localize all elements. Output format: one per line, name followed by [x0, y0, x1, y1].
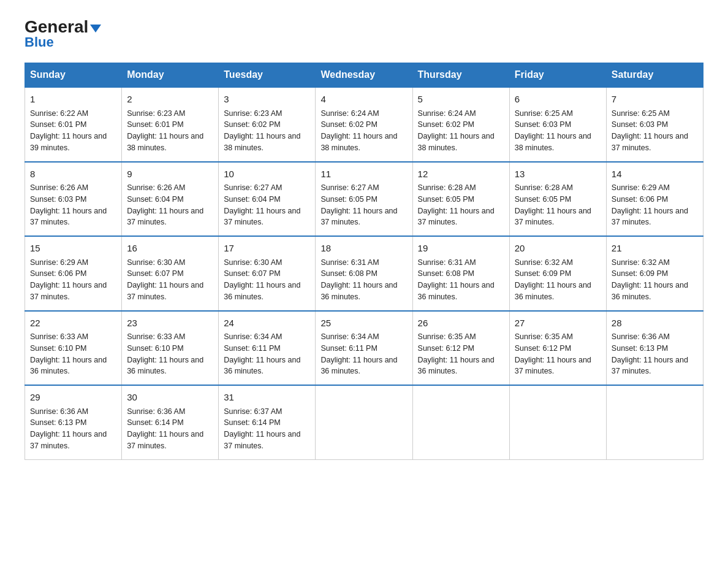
sunset-text: Sunset: 6:04 PM: [224, 195, 280, 204]
calendar-cell: 20Sunrise: 6:32 AMSunset: 6:09 PMDayligh…: [509, 236, 606, 311]
calendar-cell: 14Sunrise: 6:29 AMSunset: 6:06 PMDayligh…: [606, 162, 703, 237]
day-number: 1: [30, 93, 116, 107]
sunset-text: Sunset: 6:14 PM: [127, 418, 183, 427]
calendar-cell: 27Sunrise: 6:35 AMSunset: 6:12 PMDayligh…: [509, 311, 606, 386]
sunrise-text: Sunrise: 6:31 AM: [418, 258, 476, 267]
daylight-text: Daylight: 11 hours and 36 minutes.: [224, 356, 300, 376]
day-number: 20: [515, 242, 601, 256]
daylight-text: Daylight: 11 hours and 37 minutes.: [30, 207, 107, 227]
day-number: 18: [320, 242, 407, 256]
sunrise-text: Sunrise: 6:33 AM: [30, 332, 88, 341]
calendar-cell: 8Sunrise: 6:26 AMSunset: 6:03 PMDaylight…: [25, 162, 122, 237]
sunrise-text: Sunrise: 6:36 AM: [30, 407, 88, 416]
col-header-thursday: Thursday: [412, 63, 509, 88]
sunset-text: Sunset: 6:03 PM: [612, 120, 668, 129]
sunrise-text: Sunrise: 6:31 AM: [320, 258, 379, 267]
calendar-week-row: 22Sunrise: 6:33 AMSunset: 6:10 PMDayligh…: [25, 311, 703, 386]
col-header-sunday: Sunday: [25, 63, 122, 88]
sunset-text: Sunset: 6:11 PM: [320, 344, 377, 353]
day-number: 21: [612, 242, 698, 256]
sunset-text: Sunset: 6:07 PM: [127, 269, 183, 278]
calendar-cell: 4Sunrise: 6:24 AMSunset: 6:02 PMDaylight…: [316, 87, 412, 162]
sunrise-text: Sunrise: 6:25 AM: [515, 109, 573, 118]
calendar-cell: 29Sunrise: 6:36 AMSunset: 6:13 PMDayligh…: [25, 385, 122, 459]
day-number: 27: [515, 316, 601, 331]
daylight-text: Daylight: 11 hours and 37 minutes.: [224, 207, 300, 227]
day-number: 13: [515, 167, 601, 182]
sunrise-text: Sunrise: 6:24 AM: [320, 109, 379, 118]
calendar-cell: 5Sunrise: 6:24 AMSunset: 6:02 PMDaylight…: [412, 87, 509, 162]
col-header-tuesday: Tuesday: [219, 63, 316, 88]
sunrise-text: Sunrise: 6:30 AM: [224, 258, 282, 267]
day-number: 23: [127, 316, 213, 331]
day-number: 11: [320, 167, 407, 182]
sunset-text: Sunset: 6:01 PM: [127, 120, 183, 129]
sunrise-text: Sunrise: 6:27 AM: [320, 183, 379, 192]
calendar-cell: 6Sunrise: 6:25 AMSunset: 6:03 PMDaylight…: [509, 87, 606, 162]
sunrise-text: Sunrise: 6:25 AM: [612, 109, 670, 118]
logo-general: General: [25, 18, 88, 36]
day-number: 15: [30, 242, 116, 256]
calendar-cell: 3Sunrise: 6:23 AMSunset: 6:02 PMDaylight…: [219, 87, 316, 162]
day-number: 7: [612, 93, 698, 107]
sunset-text: Sunset: 6:09 PM: [612, 269, 668, 278]
page-header: General Blue: [25, 18, 703, 50]
sunrise-text: Sunrise: 6:35 AM: [418, 332, 476, 341]
sunrise-text: Sunrise: 6:32 AM: [515, 258, 573, 267]
sunset-text: Sunset: 6:05 PM: [515, 195, 571, 204]
daylight-text: Daylight: 11 hours and 37 minutes.: [224, 430, 300, 450]
sunset-text: Sunset: 6:02 PM: [320, 120, 377, 129]
calendar-cell: 13Sunrise: 6:28 AMSunset: 6:05 PMDayligh…: [509, 162, 606, 237]
calendar-cell: [509, 385, 606, 459]
logo: General Blue: [25, 18, 101, 50]
day-number: 10: [224, 167, 310, 182]
calendar-week-row: 8Sunrise: 6:26 AMSunset: 6:03 PMDaylight…: [25, 162, 703, 237]
calendar-cell: 9Sunrise: 6:26 AMSunset: 6:04 PMDaylight…: [122, 162, 219, 237]
daylight-text: Daylight: 11 hours and 36 minutes.: [418, 356, 495, 376]
calendar-week-row: 1Sunrise: 6:22 AMSunset: 6:01 PMDaylight…: [25, 87, 703, 162]
daylight-text: Daylight: 11 hours and 37 minutes.: [612, 207, 688, 227]
daylight-text: Daylight: 11 hours and 37 minutes.: [127, 281, 203, 301]
daylight-text: Daylight: 11 hours and 38 minutes.: [127, 132, 203, 152]
calendar-cell: 17Sunrise: 6:30 AMSunset: 6:07 PMDayligh…: [219, 236, 316, 311]
daylight-text: Daylight: 11 hours and 36 minutes.: [418, 281, 495, 301]
sunset-text: Sunset: 6:13 PM: [612, 344, 668, 353]
sunrise-text: Sunrise: 6:24 AM: [418, 109, 476, 118]
day-number: 19: [418, 242, 504, 256]
day-number: 30: [127, 391, 213, 405]
calendar-cell: 1Sunrise: 6:22 AMSunset: 6:01 PMDaylight…: [25, 87, 122, 162]
day-number: 14: [612, 167, 698, 182]
calendar-week-row: 29Sunrise: 6:36 AMSunset: 6:13 PMDayligh…: [25, 385, 703, 459]
calendar-cell: 12Sunrise: 6:28 AMSunset: 6:05 PMDayligh…: [412, 162, 509, 237]
calendar-cell: 28Sunrise: 6:36 AMSunset: 6:13 PMDayligh…: [606, 311, 703, 386]
day-number: 3: [224, 93, 310, 107]
sunrise-text: Sunrise: 6:32 AM: [612, 258, 670, 267]
sunset-text: Sunset: 6:04 PM: [127, 195, 183, 204]
calendar-cell: 7Sunrise: 6:25 AMSunset: 6:03 PMDaylight…: [606, 87, 703, 162]
day-number: 25: [320, 316, 407, 331]
calendar-cell: 31Sunrise: 6:37 AMSunset: 6:14 PMDayligh…: [219, 385, 316, 459]
sunrise-text: Sunrise: 6:34 AM: [320, 332, 379, 341]
sunrise-text: Sunrise: 6:26 AM: [127, 183, 185, 192]
daylight-text: Daylight: 11 hours and 38 minutes.: [320, 132, 397, 152]
sunrise-text: Sunrise: 6:33 AM: [127, 332, 185, 341]
day-number: 17: [224, 242, 310, 256]
sunset-text: Sunset: 6:03 PM: [515, 120, 571, 129]
calendar-cell: 30Sunrise: 6:36 AMSunset: 6:14 PMDayligh…: [122, 385, 219, 459]
col-header-wednesday: Wednesday: [316, 63, 412, 88]
daylight-text: Daylight: 11 hours and 37 minutes.: [127, 207, 203, 227]
calendar-table: SundayMondayTuesdayWednesdayThursdayFrid…: [25, 63, 703, 460]
daylight-text: Daylight: 11 hours and 37 minutes.: [127, 430, 203, 450]
day-number: 8: [30, 167, 116, 182]
day-number: 16: [127, 242, 213, 256]
sunrise-text: Sunrise: 6:35 AM: [515, 332, 573, 341]
calendar-cell: [412, 385, 509, 459]
day-number: 28: [612, 316, 698, 331]
calendar-cell: 15Sunrise: 6:29 AMSunset: 6:06 PMDayligh…: [25, 236, 122, 311]
calendar-cell: 18Sunrise: 6:31 AMSunset: 6:08 PMDayligh…: [316, 236, 412, 311]
day-number: 6: [515, 93, 601, 107]
day-number: 5: [418, 93, 504, 107]
day-number: 4: [320, 93, 407, 107]
daylight-text: Daylight: 11 hours and 36 minutes.: [515, 281, 591, 301]
sunset-text: Sunset: 6:06 PM: [30, 269, 86, 278]
